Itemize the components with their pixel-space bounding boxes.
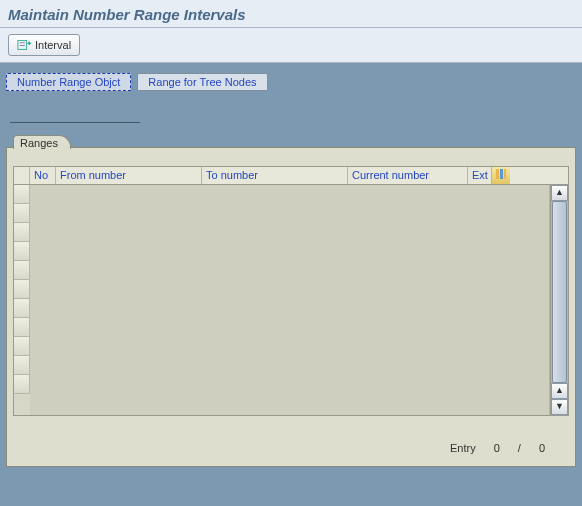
row-selector[interactable] <box>14 356 30 375</box>
table-header: No From number To number Current number … <box>14 167 568 185</box>
row-selector[interactable] <box>14 318 30 337</box>
ranges-table: No From number To number Current number … <box>13 166 569 416</box>
tab-area: Number Range Objct Range for Tree Nodes <box>0 63 582 127</box>
page-title: Maintain Number Range Intervals <box>8 6 246 23</box>
entry-total: 0 <box>539 442 545 454</box>
ranges-frame-title: Ranges <box>13 135 71 149</box>
row-selector[interactable] <box>14 375 30 394</box>
row-selector[interactable] <box>14 337 30 356</box>
scroll-down-top-button[interactable]: ▲ <box>551 383 568 399</box>
col-selector <box>14 167 30 184</box>
toolbar: Interval <box>0 28 582 63</box>
object-field-underline <box>10 111 140 123</box>
entry-footer: Entry 0 / 0 <box>7 422 575 466</box>
vertical-scrollbar[interactable]: ▲ ▲ ▼ <box>550 185 568 415</box>
table-data-area <box>30 185 550 415</box>
col-from-number[interactable]: From number <box>56 167 202 184</box>
scroll-track[interactable] <box>551 201 568 383</box>
table-settings-button[interactable] <box>492 167 510 184</box>
entry-current: 0 <box>494 442 500 454</box>
row-selector[interactable] <box>14 185 30 204</box>
col-current-number[interactable]: Current number <box>348 167 468 184</box>
svg-rect-7 <box>500 169 503 179</box>
tab-label: Range for Tree Nodes <box>148 76 256 88</box>
row-selector[interactable] <box>14 204 30 223</box>
row-selector[interactable] <box>14 261 30 280</box>
row-selector[interactable] <box>14 299 30 318</box>
row-selector[interactable] <box>14 223 30 242</box>
svg-rect-3 <box>20 42 25 43</box>
row-selector-column <box>14 185 30 415</box>
tabs: Number Range Objct Range for Tree Nodes <box>6 73 576 91</box>
col-to-number[interactable]: To number <box>202 167 348 184</box>
tab-number-range-object[interactable]: Number Range Objct <box>6 73 131 91</box>
row-selector[interactable] <box>14 242 30 261</box>
title-bar: Maintain Number Range Intervals <box>0 0 582 28</box>
entry-sep: / <box>518 442 521 454</box>
interval-button-label: Interval <box>35 39 71 51</box>
ranges-frame: Ranges No From number To number Current … <box>6 147 576 467</box>
col-ext[interactable]: Ext <box>468 167 492 184</box>
interval-button[interactable]: Interval <box>8 34 80 56</box>
col-no[interactable]: No <box>30 167 56 184</box>
add-interval-icon <box>17 38 31 52</box>
scroll-up-button[interactable]: ▲ <box>551 185 568 201</box>
scroll-thumb[interactable] <box>552 201 567 383</box>
scroll-down-button[interactable]: ▼ <box>551 399 568 415</box>
entry-label: Entry <box>450 442 476 454</box>
svg-rect-8 <box>504 169 506 179</box>
tab-label: Number Range Objct <box>17 76 120 88</box>
table-settings-icon <box>495 168 507 180</box>
table-body: ▲ ▲ ▼ <box>14 185 568 415</box>
svg-rect-6 <box>496 169 499 179</box>
row-selector[interactable] <box>14 280 30 299</box>
svg-rect-4 <box>20 45 25 46</box>
tab-range-tree-nodes[interactable]: Range for Tree Nodes <box>137 73 267 91</box>
